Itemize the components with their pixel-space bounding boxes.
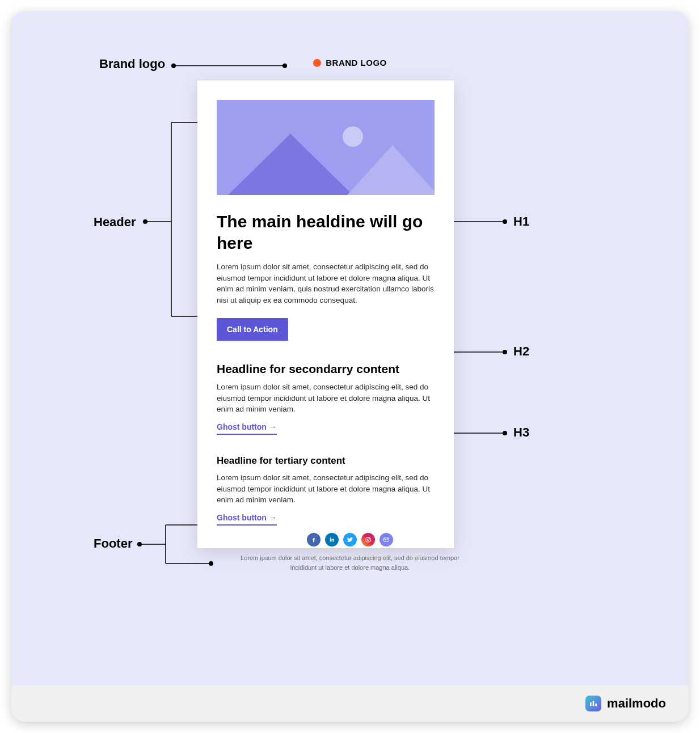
annotation-header: Header [94, 215, 136, 230]
linkedin-icon[interactable] [325, 533, 339, 546]
annotation-h3: H3 [513, 425, 529, 440]
brand-logo-row: BRAND LOGO [11, 58, 689, 69]
svg-rect-35 [593, 701, 594, 706]
annotation-h2: H2 [513, 344, 529, 359]
brand-logo-text: BRAND LOGO [326, 58, 387, 67]
mailmodo-logo-icon [585, 696, 601, 711]
svg-point-29 [343, 126, 363, 147]
body-paragraph-2: Lorem ipsum dolor sit amet, consectetur … [217, 382, 435, 415]
twitter-icon[interactable] [343, 533, 357, 546]
cta-button[interactable]: Call to Action [217, 318, 288, 341]
body-paragraph-1: Lorem ipsum dolor sit amet, consectetur … [217, 261, 435, 306]
mailmodo-brand: mailmodo [585, 696, 666, 711]
svg-rect-36 [595, 704, 597, 706]
footer-text: Lorem ipsum dolor sit amet, consectetur … [231, 553, 469, 572]
annotation-h1: H1 [513, 214, 529, 229]
mailmodo-text: mailmodo [607, 696, 666, 711]
svg-point-19 [503, 219, 507, 224]
social-icons [11, 533, 689, 546]
brand-logo: BRAND LOGO [313, 58, 387, 67]
ghost-button-1[interactable]: Ghost button → [217, 422, 277, 435]
diagram-frame: Brand logo Header Footer H1 H2 H3 BRAND … [11, 11, 689, 722]
svg-point-31 [367, 539, 369, 541]
body-paragraph-3: Lorem ipsum dolor sit amet, consectetur … [217, 472, 435, 506]
email-footer: Lorem ipsum dolor sit amet, consectetur … [11, 533, 689, 572]
headline-h3: Headline for tertiary content [217, 455, 435, 467]
svg-point-22 [503, 350, 507, 354]
svg-point-7 [143, 219, 147, 224]
facebook-icon[interactable] [307, 533, 321, 546]
brand-logo-icon [313, 59, 321, 67]
brand-footer-bar: mailmodo [11, 685, 689, 722]
headline-h1: The main healdine will go here [217, 211, 435, 253]
email-card: The main healdine will go here Lorem ips… [197, 80, 454, 548]
svg-point-32 [369, 538, 370, 539]
hero-image [217, 100, 435, 195]
svg-point-25 [503, 431, 507, 435]
headline-h2: Headline for secondarry content [217, 362, 435, 376]
email-icon[interactable] [379, 533, 393, 546]
instagram-icon[interactable] [361, 533, 375, 546]
ghost-button-2[interactable]: Ghost button → [217, 513, 277, 526]
svg-rect-34 [590, 702, 592, 706]
